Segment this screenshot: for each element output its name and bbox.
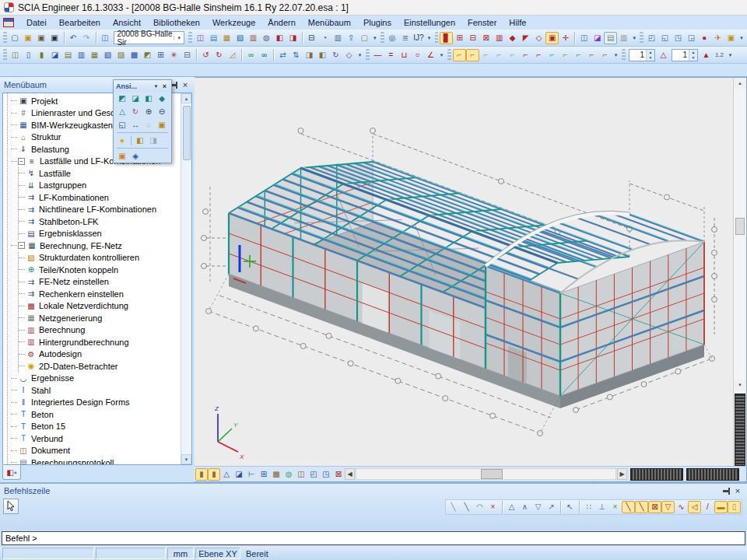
draw-segment-2-icon[interactable]: ╲ <box>460 501 473 513</box>
display-scale-spinner[interactable]: 1 ▲▼ <box>672 49 698 61</box>
menu-bearbeiten[interactable]: Bearbeiten <box>53 17 107 28</box>
snap-percentage-icon[interactable]: / <box>701 501 714 513</box>
shading-display-icon[interactable]: ◍ <box>282 468 295 481</box>
tree-item-berechnung-fe-netz[interactable]: −▦Berechnung, FE-Netz <box>11 240 181 252</box>
toolbar-overflow-button[interactable]: ▾ <box>612 49 620 61</box>
disconnect-members-icon[interactable]: ∞ <box>258 49 271 61</box>
deformed-view-icon[interactable]: ⌐ <box>545 49 559 61</box>
label-node-icon[interactable]: ◫ <box>9 49 22 61</box>
status-plane[interactable]: Ebene XY <box>195 548 240 559</box>
tree-item-dokument[interactable]: ◫Dokument <box>11 445 181 457</box>
label-support-icon[interactable]: ▮ <box>35 49 48 61</box>
text-parameters-icon[interactable]: IJ? <box>412 32 426 44</box>
labels-display-icon[interactable]: ⌐ <box>585 49 598 61</box>
label-eccentricity-icon[interactable]: ⊟ <box>181 49 194 61</box>
spinner-up-icon[interactable]: ▲ <box>647 50 654 55</box>
tree-item-integriertes-design-forms[interactable]: ‖Integriertes Design Forms <box>11 397 181 409</box>
picture-to-gallery-icon[interactable]: ◰ <box>307 468 320 481</box>
document-window-icon[interactable] <box>3 18 14 27</box>
model-draw-icon[interactable]: ⌐ <box>532 49 545 61</box>
modify-curve-icon[interactable]: ↻ <box>212 49 226 61</box>
supports-display-icon[interactable]: ⌐ <box>572 49 585 61</box>
activity-off-icon[interactable]: ▥ <box>617 32 630 44</box>
new-document-icon[interactable]: ▢ <box>9 32 22 44</box>
select-by-property-icon[interactable]: ▊ <box>440 32 453 44</box>
spinner-down-icon[interactable]: ▼ <box>647 55 654 61</box>
clipboard-view-2-icon[interactable]: ▮ <box>208 468 220 481</box>
window-cascade-icon[interactable]: ◳ <box>672 32 685 44</box>
draw-rectangle-icon[interactable]: ⊔ <box>398 49 411 61</box>
apply-display-scale-icon[interactable]: ▲ <box>700 49 713 61</box>
picture-to-document-icon[interactable]: ◳ <box>320 468 332 481</box>
toolbar-overflow-button[interactable]: ▾ <box>726 49 735 61</box>
window-tile-icon[interactable]: ◲ <box>685 32 698 44</box>
snap-polygon-icon[interactable]: ▽ <box>531 501 545 513</box>
draw-double-line-icon[interactable]: = <box>384 49 398 61</box>
tree-item-beton-15[interactable]: TBeton 15 <box>11 421 181 433</box>
modify-polyline-icon[interactable]: ↺ <box>199 49 212 61</box>
command-input[interactable]: Befehl > <box>2 531 745 545</box>
rendered-mode-icon[interactable]: ⌐ <box>466 49 479 61</box>
activity-on-icon[interactable]: ▤ <box>604 32 617 44</box>
combo-dropdown-icon[interactable]: ▼ <box>174 36 181 40</box>
draw-circle-icon[interactable]: ○ <box>411 49 424 61</box>
viewport-vertical-scrollbar[interactable]: ▲ ▼ <box>733 78 746 466</box>
cancel-draw-icon[interactable]: × <box>486 501 500 513</box>
save-all-icon[interactable]: ▣ <box>35 32 48 44</box>
snap-tangent-icon[interactable]: ↗ <box>545 501 558 513</box>
tree-expander-icon[interactable]: − <box>18 158 25 165</box>
window-grip-1[interactable] <box>630 468 683 481</box>
tree-item-ergebnisklassen[interactable]: ▤Ergebnisklassen <box>19 228 181 240</box>
label-load-icon[interactable]: ◪ <box>48 49 61 61</box>
connect-members-icon[interactable]: ∞ <box>244 49 258 61</box>
tree-item-lastf-lle[interactable]: ↯Lastfälle <box>19 167 181 180</box>
toolbar-overflow-button[interactable]: ▾ <box>426 32 433 44</box>
view-diagram-icon[interactable]: ◪ <box>233 468 245 481</box>
scale-elements-icon[interactable]: ◇ <box>342 49 356 61</box>
spinner-up-icon[interactable]: ▲ <box>689 50 697 55</box>
window-grip-2[interactable] <box>686 468 739 481</box>
layer-manager-icon[interactable]: ◫ <box>577 32 591 44</box>
dot-grid-icon[interactable]: ∷ <box>582 501 595 513</box>
select-invert-icon[interactable]: ⊠ <box>479 32 493 44</box>
tree-item-lokale-netzverdichtung[interactable]: ▩Lokale Netzverdichtung <box>19 300 181 313</box>
menu-werkzeuge[interactable]: Werkzeuge <box>206 17 261 28</box>
toolbar-overflow-button[interactable]: ▾ <box>630 32 638 44</box>
line-grid-icon[interactable]: ⊥ <box>595 501 608 513</box>
snap-table-icon[interactable]: ▯ <box>728 501 741 513</box>
apply-load-scale-icon[interactable]: △ <box>657 49 670 61</box>
label-material-icon[interactable]: ▩ <box>128 49 141 61</box>
save-project-icon[interactable]: ▣ <box>48 32 61 44</box>
draw-line-icon[interactable]: — <box>371 49 384 61</box>
snap-orthogonal-icon[interactable]: ▽ <box>661 501 675 513</box>
scroll-right-icon[interactable]: ▶ <box>617 468 627 480</box>
scrollbar-thumb[interactable] <box>183 106 191 160</box>
toolbar-grip[interactable] <box>447 49 451 61</box>
view-y-icon[interactable]: ◪ <box>129 93 142 104</box>
deselect-all-icon[interactable]: ◇ <box>532 32 545 44</box>
clipboard-icon[interactable]: ▥ <box>247 32 260 44</box>
draw-arc-icon[interactable]: ◠ <box>473 501 486 513</box>
scrollbar-thumb[interactable] <box>481 469 503 479</box>
layout-manager-2-icon[interactable]: ◨ <box>286 32 300 44</box>
scroll-down-icon[interactable]: ▼ <box>734 380 746 390</box>
panel-pin-button[interactable] <box>721 485 732 496</box>
menu-ansicht[interactable]: Ansicht <box>107 17 147 28</box>
engineering-report-icon[interactable]: ◫ <box>194 32 207 44</box>
member-surface-icon[interactable]: ⌐ <box>519 49 532 61</box>
print-icon[interactable]: ⊟ <box>305 32 318 44</box>
document-view-icon[interactable]: ◫ <box>295 468 307 481</box>
label-layer-icon[interactable]: ▨ <box>114 49 128 61</box>
toolbar-grip[interactable] <box>622 49 626 61</box>
snap-endpoints-nodes-icon[interactable]: ╲ <box>635 501 648 513</box>
selection-filter-icon[interactable]: ▣ <box>545 32 559 44</box>
toolbar-grip[interactable] <box>188 32 192 44</box>
load-scale-spinner[interactable]: 1 ▲▼ <box>629 49 655 61</box>
model-3d-view[interactable]: ZYX <box>195 78 730 467</box>
palette-menu-icon[interactable]: ▼ <box>152 82 160 90</box>
rotate-view-icon[interactable]: ↻ <box>129 106 142 117</box>
snap-midpoints-icon[interactable]: ╲ <box>622 501 635 513</box>
snap-length-icon[interactable]: ▬ <box>714 501 728 513</box>
coordinate-info-icon[interactable]: ▣ <box>116 150 128 162</box>
model-viewport[interactable]: ZYX ▲ ▼ ▮▮△◪⊢⊞▩◍◫◰◳⊠ ◀ ▶ <box>195 77 747 482</box>
